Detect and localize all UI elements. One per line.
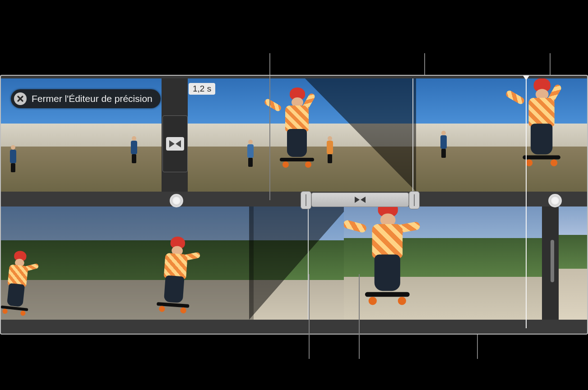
callout-bottom-1: [309, 274, 310, 359]
playhead-marker[interactable]: [521, 75, 531, 80]
clip-outgoing-bottom[interactable]: [1, 206, 542, 320]
callout-top-3: [550, 53, 551, 75]
transition-duration-badge: 1,2 s: [189, 83, 215, 95]
callout-top-1-inner: [269, 76, 270, 200]
close-button-label: Fermer l'Éditeur de précision: [32, 93, 153, 104]
callout-bottom-2: [359, 274, 360, 359]
precision-editor: 1,2 s: [0, 75, 588, 335]
close-icon: [14, 92, 27, 106]
bottom-track: [1, 206, 587, 320]
transition-bowtie-icon: [168, 139, 182, 148]
clip-end-dot-right[interactable]: [548, 194, 562, 207]
transition-well[interactable]: [162, 115, 188, 172]
transition-handle-left[interactable]: [301, 191, 311, 209]
transition-bar[interactable]: [311, 193, 409, 207]
clip-incoming-top[interactable]: 1,2 s: [188, 78, 588, 192]
scroll-handle[interactable]: [551, 240, 554, 282]
transition-bowtie-small-icon: [354, 196, 366, 204]
clip-trailing[interactable]: [559, 206, 588, 320]
callout-bottom-3: [477, 335, 478, 359]
callout-top-2: [424, 53, 425, 75]
transition-handle-right[interactable]: [409, 191, 420, 209]
clip-end-dot-left[interactable]: [170, 194, 183, 207]
close-precision-editor-button[interactable]: Fermer l'Éditeur de précision: [11, 89, 161, 108]
callout-top-1: [269, 53, 270, 75]
